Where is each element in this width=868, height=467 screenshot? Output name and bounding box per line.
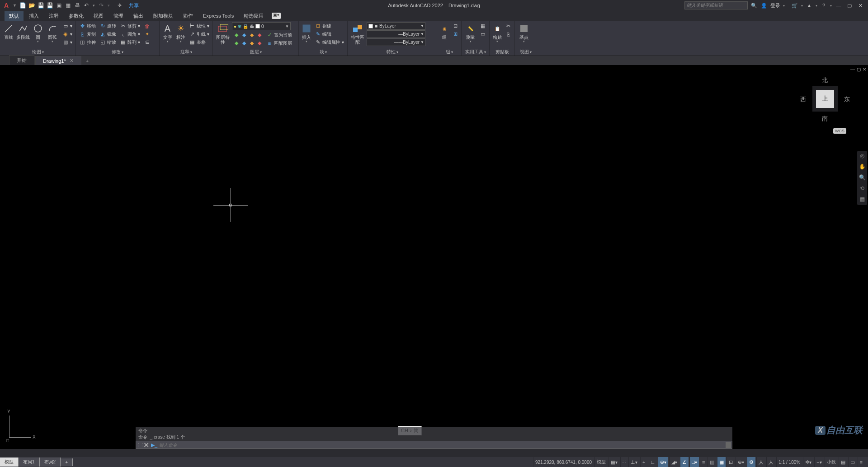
copy-button[interactable]: ⎘复制 bbox=[78, 30, 97, 38]
rect-icon[interactable]: ▭▾ bbox=[61, 22, 74, 30]
measure-button[interactable]: 📏测量▾ bbox=[463, 22, 477, 47]
circle-button[interactable]: 圆▾ bbox=[31, 22, 45, 47]
lineweight-selector[interactable]: — ByLayer▼ bbox=[367, 30, 425, 38]
as-icon[interactable]: 人 bbox=[756, 457, 765, 467]
share-label[interactable]: 共享 bbox=[129, 2, 139, 9]
edit-block-button[interactable]: ✎编辑 bbox=[313, 30, 345, 38]
close-button[interactable]: ✕ bbox=[856, 3, 864, 9]
create-block-button[interactable]: ⊞创建 bbox=[313, 22, 345, 30]
canvas-close-icon[interactable]: ✕ bbox=[863, 67, 866, 72]
ungroup-icon[interactable]: ⊡ bbox=[451, 22, 460, 30]
polar-icon[interactable]: ⊕▾ bbox=[658, 457, 668, 467]
cmd-handle-icon[interactable]: ⋮⋮ bbox=[136, 443, 143, 448]
osnap-icon[interactable]: ∠ bbox=[680, 457, 689, 467]
scale-display[interactable]: 1:1 / 100% bbox=[776, 457, 802, 467]
dyn-icon[interactable]: + bbox=[640, 457, 647, 467]
cmd-scrollbar[interactable] bbox=[726, 442, 731, 448]
nav-pan-icon[interactable]: ✋ bbox=[859, 163, 866, 171]
tab-start[interactable]: 开始 bbox=[9, 55, 34, 65]
gear-icon[interactable]: ✲▾ bbox=[803, 457, 813, 467]
tab-featured[interactable]: 精选应用 bbox=[239, 11, 268, 21]
layout-add[interactable]: + bbox=[61, 458, 73, 466]
command-line[interactable]: ⋮⋮ ✕ ▶_ bbox=[136, 441, 732, 449]
color-selector[interactable]: ■ ByLayer▼ bbox=[367, 22, 425, 30]
tab-annotate[interactable]: 注释 bbox=[44, 11, 63, 21]
open-icon[interactable]: 📂 bbox=[28, 2, 36, 9]
coordinates[interactable]: 921.2920, 860.6741, 0.0000 bbox=[533, 457, 594, 467]
search-input[interactable]: 键入关键字或短语 bbox=[684, 1, 748, 9]
status-model[interactable]: 模型 bbox=[594, 457, 608, 467]
web-icon[interactable]: ▣ bbox=[56, 2, 63, 9]
layer-iso-icon[interactable]: ◆◆◆◆ bbox=[232, 31, 264, 39]
iso-icon[interactable]: ◢▾ bbox=[669, 457, 679, 467]
calc-icon[interactable]: ▦ bbox=[478, 22, 487, 30]
tab-insert[interactable]: 插入 bbox=[24, 11, 43, 21]
am-icon[interactable]: ⊕▾ bbox=[736, 457, 746, 467]
dimension-button[interactable]: ☀标注▾ bbox=[175, 22, 187, 47]
tpy-icon[interactable]: ▥ bbox=[708, 457, 716, 467]
mirror-button[interactable]: ◭镜像 bbox=[98, 30, 118, 38]
saveas-icon[interactable]: 💾 bbox=[47, 2, 54, 9]
viewcube-top[interactable]: 上 bbox=[816, 90, 834, 108]
group-edit-icon[interactable]: ⊞ bbox=[451, 30, 460, 38]
autodesk-icon[interactable]: ▲ bbox=[806, 2, 813, 9]
grid-icon[interactable]: ▦▾ bbox=[609, 457, 619, 467]
layout-2[interactable]: 布局2 bbox=[40, 458, 61, 467]
drawing-canvas[interactable]: — ▢ ✕ 北 南 东 西 上 WCS ◎ ✋ 🔍 ⟲ ▦ Y X □ CH ♪… bbox=[0, 65, 868, 449]
save-icon[interactable]: 💾 bbox=[38, 2, 45, 9]
linetype-selector[interactable]: —— ByLayer▼ bbox=[367, 38, 425, 46]
rotate-button[interactable]: ↻旋转 bbox=[98, 22, 118, 30]
match-props-button[interactable]: 特性匹配 bbox=[349, 22, 366, 47]
viewcube-west[interactable]: 西 bbox=[800, 95, 806, 103]
custom-icon[interactable]: ≡ bbox=[858, 457, 864, 467]
stretch-button[interactable]: ◫拉伸 bbox=[78, 38, 97, 46]
layout-model[interactable]: 模型 bbox=[0, 458, 19, 467]
clean-icon[interactable]: ▭ bbox=[848, 457, 857, 467]
trim-button[interactable]: ✂修剪▾ bbox=[118, 22, 142, 30]
insert-button[interactable]: 插入▾ bbox=[301, 22, 312, 47]
select-icon[interactable]: ▭ bbox=[478, 30, 487, 38]
an-icon[interactable]: ⚙ bbox=[747, 457, 755, 467]
login-label[interactable]: 登录 bbox=[770, 2, 780, 9]
layer-off-icon[interactable]: ◆◆◆◆ bbox=[232, 39, 264, 47]
nav-wheel-icon[interactable]: ◎ bbox=[859, 153, 866, 160]
print-icon[interactable]: 🖶 bbox=[74, 2, 81, 9]
viewcube-south[interactable]: 南 bbox=[822, 115, 828, 123]
plot-icon[interactable]: ▦ bbox=[65, 2, 72, 9]
infer-icon[interactable]: ⊥▾ bbox=[628, 457, 639, 467]
dec-label[interactable]: 小数 bbox=[825, 457, 838, 467]
iso2-icon[interactable]: ▤ bbox=[839, 457, 847, 467]
hatch-icon[interactable]: ◉▾ bbox=[61, 30, 74, 38]
help-icon[interactable]: ? bbox=[820, 2, 827, 9]
table-button[interactable]: ▦表格 bbox=[188, 38, 211, 46]
region-icon[interactable]: ▧▾ bbox=[61, 38, 74, 46]
text-button[interactable]: A文字▾ bbox=[161, 22, 174, 47]
cut-icon[interactable]: ✂ bbox=[504, 22, 513, 30]
layout-1[interactable]: 布局1 bbox=[19, 458, 40, 467]
fillet-button[interactable]: ◟圆角▾ bbox=[118, 30, 142, 38]
command-input[interactable] bbox=[159, 443, 726, 448]
nav-show-icon[interactable]: ▦ bbox=[859, 196, 866, 203]
linear-button[interactable]: ⊢线性▾ bbox=[188, 22, 211, 30]
ribbon-extra-button[interactable]: ▣▾ bbox=[272, 13, 281, 19]
otrack-icon[interactable]: □▾ bbox=[689, 457, 699, 467]
redo-icon[interactable]: ↷ bbox=[98, 2, 105, 9]
group-button[interactable]: ◉组 bbox=[439, 22, 450, 47]
close-tab-icon[interactable]: ✕ bbox=[70, 58, 74, 64]
tab-view[interactable]: 视图 bbox=[89, 11, 108, 21]
basepoint-button[interactable]: 基点▾ bbox=[517, 22, 531, 47]
set-current-button[interactable]: ✓置为当前 bbox=[265, 31, 293, 39]
wcs-label[interactable]: WCS bbox=[833, 128, 846, 134]
ortho-icon[interactable]: ∟ bbox=[648, 457, 657, 467]
viewcube-east[interactable]: 东 bbox=[844, 95, 850, 103]
nav-orbit-icon[interactable]: ⟲ bbox=[859, 185, 866, 192]
layer-properties-button[interactable]: 图层特性 bbox=[215, 22, 231, 47]
canvas-min-icon[interactable]: — bbox=[850, 67, 855, 72]
undo-icon[interactable]: ↶ bbox=[83, 2, 90, 9]
canvas-max-icon[interactable]: ▢ bbox=[857, 67, 861, 72]
arc-button[interactable]: 圆弧▾ bbox=[46, 22, 59, 47]
layer-selector[interactable]: ● ❄ 🔓 🖶 0 ▼ bbox=[232, 22, 291, 30]
qat-dropdown-icon[interactable]: ▼ bbox=[13, 3, 17, 8]
sc-icon[interactable]: ⊡ bbox=[726, 457, 735, 467]
tab-manage[interactable]: 管理 bbox=[109, 11, 128, 21]
